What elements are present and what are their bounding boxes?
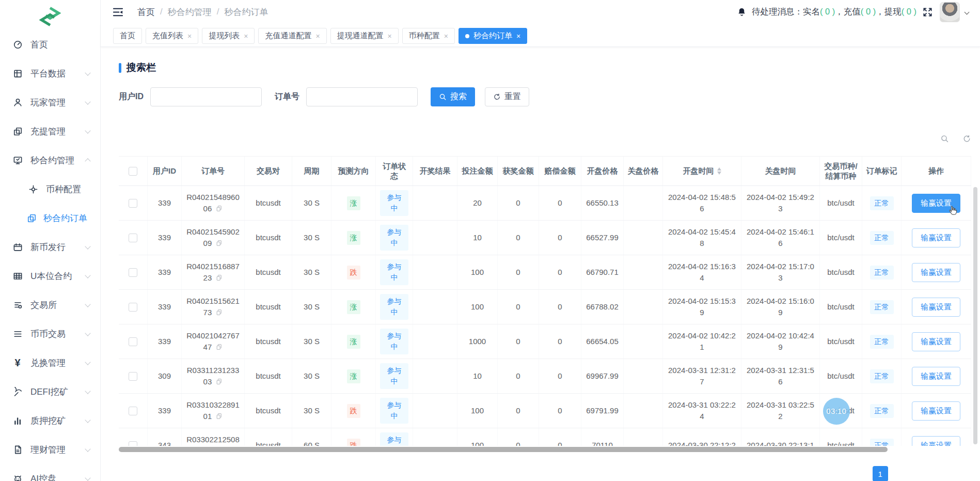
- sidebar-item-coin-trade[interactable]: 币币交易: [0, 319, 100, 348]
- chevron-down-icon[interactable]: [965, 9, 970, 14]
- sidebar-item-second-contract-orders[interactable]: 秒合约订单: [0, 204, 100, 232]
- sidebar-item-coin-config[interactable]: 币种配置: [0, 175, 100, 204]
- status-cell: 参与中: [376, 324, 413, 359]
- win-lose-settings-button[interactable]: 输赢设置: [912, 367, 960, 386]
- sidebar-item-deposit-withdraw[interactable]: 充提管理: [0, 117, 100, 146]
- tab-label: 充值通道配置: [265, 31, 311, 41]
- table-search-icon[interactable]: [940, 134, 949, 143]
- horizontal-scrollbar[interactable]: [119, 447, 888, 452]
- sidebar-item-ai-control[interactable]: AI控盘: [0, 464, 100, 481]
- close-icon[interactable]: ×: [516, 33, 520, 40]
- win-lose-settings-button[interactable]: 输赢设置: [912, 401, 960, 421]
- tab-提现通道配置[interactable]: 提现通道配置 ×: [330, 28, 399, 44]
- sidebar-item-exchange[interactable]: 交易所: [0, 290, 100, 319]
- fullscreen-icon[interactable]: [923, 7, 932, 17]
- tab-充值通道配置[interactable]: 充值通道配置 ×: [258, 28, 326, 44]
- content: 搜索栏 用户ID 订单号 搜索 重置: [101, 61, 980, 481]
- close-icon[interactable]: ×: [444, 33, 448, 40]
- copy-icon[interactable]: [216, 205, 223, 212]
- search-input-订单号[interactable]: [306, 87, 418, 106]
- copy-icon[interactable]: [216, 240, 223, 246]
- sidebar-item-label: 币币交易: [30, 328, 86, 340]
- column-header-用户ID: 用户ID: [148, 157, 182, 185]
- page-button-1[interactable]: 1: [873, 466, 888, 481]
- win-lose-settings-button[interactable]: 输赢设置: [912, 298, 960, 317]
- close-icon[interactable]: ×: [244, 33, 248, 40]
- column-header-开盘时间[interactable]: 开盘时间: [663, 157, 741, 185]
- close-icon[interactable]: ×: [315, 33, 320, 40]
- compensate-amount-cell: 0: [539, 428, 581, 446]
- tab-充值列表[interactable]: 充值列表 ×: [146, 28, 198, 44]
- win-lose-settings-button[interactable]: 输赢设置: [912, 263, 960, 282]
- chevron-down-icon: [85, 128, 90, 133]
- table-refresh-icon[interactable]: [962, 134, 971, 143]
- win-lose-settings-button[interactable]: 输赢设置: [912, 332, 960, 351]
- search-button[interactable]: 搜索: [431, 87, 475, 106]
- row-checkbox[interactable]: [129, 337, 137, 346]
- compensate-amount-cell: 0: [539, 290, 581, 324]
- sidebar-item-label: 充提管理: [30, 126, 86, 137]
- action-cell: 输赢设置: [902, 394, 971, 428]
- sidebar-collapse-icon[interactable]: [112, 6, 124, 18]
- row-checkbox[interactable]: [129, 199, 137, 208]
- close-icon[interactable]: ×: [388, 33, 392, 40]
- win-amount-cell: 0: [498, 324, 539, 359]
- row-checkbox[interactable]: [129, 303, 137, 312]
- copy-icon[interactable]: [216, 413, 223, 420]
- sidebar-item-new-coin[interactable]: 新币发行: [0, 232, 100, 261]
- sidebar-item-wealth[interactable]: 理财管理: [0, 435, 100, 464]
- avatar[interactable]: [940, 2, 960, 22]
- close-price-cell: [624, 359, 663, 393]
- status-cell: 参与中: [376, 359, 413, 393]
- copy-icon[interactable]: [216, 309, 223, 316]
- column-header-订单标记: 订单标记: [862, 157, 902, 185]
- close-time-cell: 2024-03-31 12:31:56: [741, 359, 820, 393]
- breadcrumb-item[interactable]: 首页: [137, 6, 155, 18]
- sidebar-item-staking[interactable]: 质押挖矿: [0, 406, 100, 435]
- column-header-开奖结果: 开奖结果: [413, 157, 457, 185]
- select-all-checkbox[interactable]: [129, 167, 137, 176]
- win-amount-cell: 0: [498, 394, 539, 428]
- win-lose-settings-button[interactable]: 输赢设置: [912, 436, 960, 446]
- reset-button[interactable]: 重置: [485, 87, 529, 106]
- chevron-down-icon: [85, 70, 90, 75]
- chevron-down-icon: [85, 446, 90, 452]
- sidebar-item-player-mgmt[interactable]: 玩家管理: [0, 88, 100, 117]
- tab-提现列表[interactable]: 提现列表 ×: [202, 28, 255, 44]
- sidebar-item-defi-mining[interactable]: DEFI挖矿: [0, 377, 100, 406]
- copy-icon[interactable]: [216, 274, 223, 281]
- bell-icon[interactable]: [737, 7, 747, 17]
- row-checkbox[interactable]: [129, 407, 137, 415]
- copy-icon[interactable]: [216, 378, 223, 385]
- topbar: 首页/秒合约管理/秒合约订单 待处理消息：实名( 0 )，充值( 0 )，提现(…: [101, 0, 980, 24]
- vertical-scrollbar[interactable]: [973, 187, 977, 444]
- row-checkbox[interactable]: [129, 441, 137, 446]
- sidebar-item-second-contract[interactable]: 秒合约管理: [0, 146, 100, 175]
- sort-icon[interactable]: [717, 167, 721, 175]
- sidebar-item-icon: [11, 474, 24, 481]
- sidebar-item-u-contract[interactable]: U本位合约: [0, 261, 100, 290]
- sidebar-item-platform-data[interactable]: 平台数据: [0, 59, 100, 88]
- status-badge: 参与中: [380, 190, 408, 216]
- win-lose-settings-button[interactable]: 输赢设置: [912, 194, 960, 213]
- column-header-交易对: 交易对: [245, 157, 292, 185]
- win-lose-settings-button[interactable]: 输赢设置: [912, 228, 960, 247]
- chevron-down-icon: [85, 388, 90, 394]
- sidebar-item-swap-mgmt[interactable]: ¥ 兑换管理: [0, 348, 100, 377]
- status-badge: 参与中: [380, 432, 408, 446]
- sidebar-item-icon: [11, 242, 24, 252]
- column-header-订单号: 订单号: [182, 157, 245, 185]
- close-icon[interactable]: ×: [187, 33, 192, 40]
- copy-icon[interactable]: [216, 344, 223, 350]
- coin-pair-cell: btc/usdt: [820, 186, 862, 220]
- sidebar-item-home[interactable]: 首页: [0, 30, 100, 59]
- row-checkbox[interactable]: [129, 372, 137, 381]
- tab-秒合约订单[interactable]: 秒合约订单 ×: [459, 28, 527, 44]
- breadcrumb-item[interactable]: 秒合约管理: [168, 6, 212, 18]
- sidebar-item-icon: [27, 184, 39, 194]
- tab-首页[interactable]: 首页 ×: [113, 28, 142, 44]
- row-checkbox[interactable]: [129, 234, 137, 242]
- search-input-用户ID[interactable]: [150, 87, 262, 106]
- row-checkbox[interactable]: [129, 268, 137, 277]
- tab-币种配置[interactable]: 币种配置 ×: [402, 28, 455, 44]
